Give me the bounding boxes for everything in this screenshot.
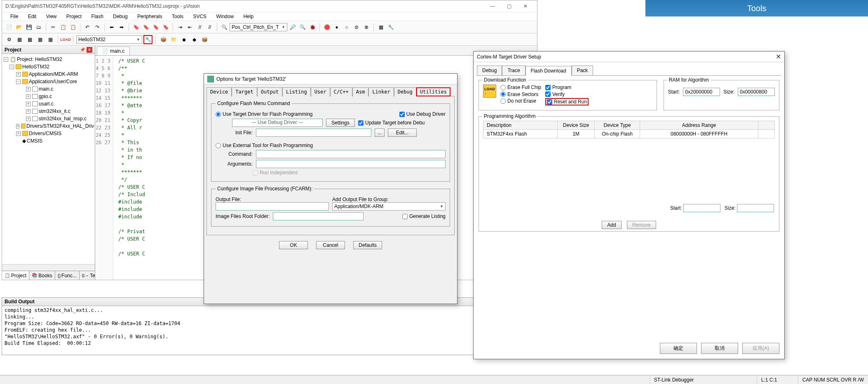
rebuild-icon[interactable]: ▦ (25, 35, 34, 44)
outdent-icon[interactable]: ⇤ (185, 23, 195, 32)
check-use-debug-driver[interactable]: Use Debug Driver (399, 111, 446, 117)
menu-help[interactable]: Help (239, 12, 258, 21)
project-tree[interactable]: −📋Project: HelloSTM32 −HelloSTM32 +Appli… (2, 54, 95, 146)
batch-build-icon[interactable]: ▦ (35, 35, 45, 44)
check-verify[interactable]: Verify (545, 91, 565, 97)
arguments-input[interactable] (256, 160, 446, 168)
debug-start-icon[interactable]: 🔴 (322, 23, 331, 32)
close-button[interactable]: ✕ (517, 2, 534, 10)
minimize-button[interactable]: — (484, 2, 501, 10)
tab-listing[interactable]: Listing (282, 87, 311, 96)
breakpoint-kill-icon[interactable]: ⊘ (352, 23, 361, 32)
cut-icon[interactable]: ✂ (49, 23, 58, 32)
tab-device[interactable]: Device (206, 87, 232, 96)
nav-back-icon[interactable]: ⬅ (107, 23, 116, 32)
stop-build-icon[interactable]: ▦ (46, 35, 55, 44)
save-icon[interactable]: 💾 (24, 23, 33, 32)
tab-user[interactable]: User (311, 87, 330, 96)
tab-output[interactable]: Output (257, 87, 282, 96)
output-file-input[interactable] (216, 202, 329, 211)
cortex-apply-button[interactable]: 应用(A) (742, 343, 779, 354)
ctab-debug[interactable]: Debug (477, 66, 502, 75)
init-file-input[interactable] (256, 129, 371, 137)
copy-icon[interactable]: 📋 (59, 23, 68, 32)
tab-utilities[interactable]: Utilities (416, 87, 450, 96)
uncomment-icon[interactable]: // (205, 23, 214, 32)
add-algo-button[interactable]: Add (602, 221, 621, 229)
tab-main-c[interactable]: 📄main.c (97, 47, 130, 55)
target-combo[interactable]: HelloSTM32▼ (76, 35, 142, 44)
tab-ccpp[interactable]: C/C++ (330, 87, 352, 96)
browse-init-button[interactable]: ... (375, 129, 385, 137)
build-icon[interactable]: ▦ (15, 35, 24, 44)
group-combo[interactable]: Application/MDK-ARM▼ (332, 202, 446, 211)
check-program[interactable]: Program (545, 84, 571, 90)
find-combo[interactable]: Pos_Ctrl_Pitch_En_T▼ (230, 23, 287, 31)
menu-flash[interactable]: Flash (87, 12, 108, 21)
save-all-icon[interactable]: 🗂 (34, 23, 43, 32)
manage-rtos-icon[interactable]: ◆ (179, 35, 188, 44)
cortex-cancel-button[interactable]: 取消 (701, 343, 738, 354)
ctab-pack[interactable]: Pack (572, 66, 594, 75)
bookmark-clear-icon[interactable]: 🔖 (161, 23, 170, 32)
bookmark-prev-icon[interactable]: 🔖 (141, 23, 150, 32)
find-next-icon[interactable]: 🔎 (288, 23, 297, 32)
tab-project[interactable]: 📋Project (2, 271, 29, 280)
breakpoint-icon[interactable]: ● (332, 23, 341, 32)
table-row[interactable]: STM32F4xx Flash 1M On-chip Flash 0800000… (483, 129, 775, 138)
redo-icon[interactable]: ↷ (93, 23, 102, 32)
menu-project[interactable]: Project (62, 12, 86, 21)
ctab-trace[interactable]: Trace (502, 66, 525, 75)
tab-functions[interactable]: {}Func... (55, 271, 80, 280)
nav-fwd-icon[interactable]: ➡ (117, 23, 126, 32)
bookmark-next-icon[interactable]: 🔖 (151, 23, 160, 32)
menu-svcs[interactable]: SVCS (189, 12, 211, 21)
cortex-close-button[interactable]: ✕ (776, 53, 781, 61)
tab-asm[interactable]: Asm (352, 87, 369, 96)
tab-target[interactable]: Target (232, 87, 257, 96)
tab-books[interactable]: 📚Books (29, 271, 55, 280)
menu-window[interactable]: Window (212, 12, 238, 21)
radio-erase-full[interactable]: Erase Full Chip (500, 84, 541, 90)
ok-button[interactable]: OK (279, 241, 308, 249)
root-folder-input[interactable] (273, 212, 364, 220)
bookmark-icon[interactable]: 🔖 (131, 23, 141, 32)
pin-icon[interactable]: 📌 (80, 47, 85, 52)
maximize-button[interactable]: ▢ (501, 2, 517, 10)
cancel-button[interactable]: Cancel (316, 241, 345, 249)
ram-start-input[interactable] (683, 88, 720, 96)
download-icon[interactable]: LOAD (61, 35, 70, 44)
open-icon[interactable]: 📂 (14, 23, 23, 32)
defaults-button[interactable]: Defaults (353, 241, 382, 249)
manage-multi-icon[interactable]: ◆ (190, 35, 199, 44)
radio-erase-sectors[interactable]: Erase Sectors (500, 91, 538, 97)
radio-external-tool[interactable]: Use External Tool for Flash Programming (216, 143, 313, 148)
incremental-icon[interactable]: 🐞 (308, 23, 317, 32)
check-reset-run[interactable]: Reset and Run (545, 98, 589, 105)
translate-icon[interactable]: ⚙ (5, 35, 14, 44)
project-scroll[interactable] (2, 264, 95, 271)
ctab-flash-download[interactable]: Flash Download (525, 66, 572, 76)
breakpoint-enable-icon[interactable]: ○ (342, 23, 351, 32)
new-icon[interactable]: 📄 (5, 23, 14, 32)
remove-algo-button[interactable]: Remove (627, 221, 656, 229)
command-input[interactable] (256, 150, 446, 158)
manage-project-icon[interactable]: 📁 (169, 35, 178, 44)
edit-button[interactable]: Edit... (388, 129, 417, 137)
find-files-icon[interactable]: 🔍 (298, 23, 307, 32)
algo-size-input[interactable] (737, 204, 774, 212)
check-run-independent[interactable]: Run Independent (253, 170, 298, 176)
menu-tools[interactable]: Tools (168, 12, 188, 21)
radio-no-erase[interactable]: Do not Erase (500, 98, 536, 104)
window-icon[interactable]: ▦ (376, 23, 385, 32)
breakpoint-disable-icon[interactable]: ⊗ (362, 23, 371, 32)
menu-debug[interactable]: Debug (109, 12, 131, 21)
find-icon[interactable]: 🔍 (220, 23, 229, 32)
algorithm-table[interactable]: Description Device Size Device Type Addr… (483, 121, 775, 138)
menu-peripherals[interactable]: Peripherals (133, 12, 167, 21)
tab-linker[interactable]: Linker (368, 87, 394, 96)
ram-size-input[interactable] (738, 88, 775, 96)
check-update-target[interactable]: Update Target before Debu (358, 120, 425, 126)
algo-start-input[interactable] (683, 204, 720, 212)
menu-file[interactable]: File (6, 12, 22, 21)
